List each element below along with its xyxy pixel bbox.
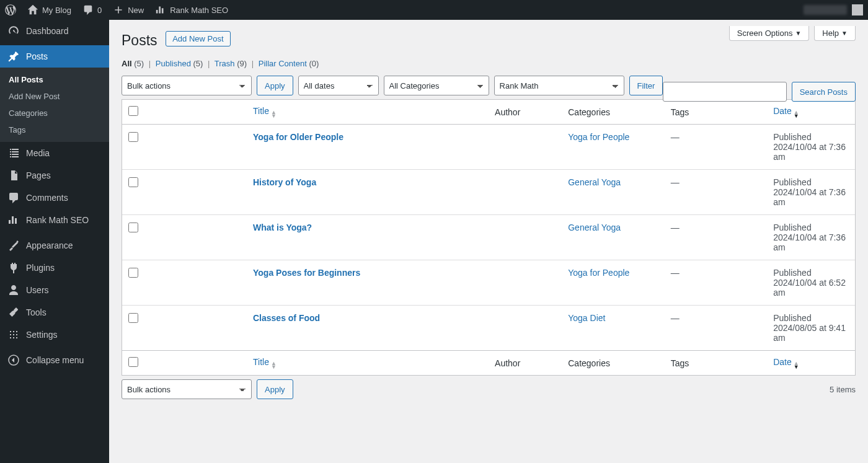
menu-rankmath-label: Rank Math SEO [26,215,89,225]
my-account[interactable] [804,4,863,15]
search-posts-button[interactable]: Search Posts [792,82,856,102]
dashboard-icon [7,25,20,37]
menu-settings[interactable]: Settings [0,324,109,346]
bulk-action-select-bottom[interactable]: Bulk actions [122,379,252,399]
items-count-bottom: 5 items [830,385,856,394]
submenu-tags[interactable]: Tags [0,121,109,138]
rankmath-bars-icon [155,4,166,15]
sort-icon: ▲▼ [794,110,799,118]
post-title-link[interactable]: Yoga Poses for Beginners [253,268,360,278]
menu-posts[interactable]: Posts [0,45,109,68]
table-row: Yoga for Older PeopleYoga for People—Pub… [122,125,855,170]
sort-icon: ▲▼ [271,110,277,118]
post-category-link[interactable]: Yoga for People [568,268,629,278]
row-checkbox[interactable] [128,132,138,142]
user-display-name [804,5,847,15]
comments-bubble-icon [82,4,94,15]
screen-options-toggle[interactable]: Screen Options ▼ [729,26,810,41]
filter-trash-count: (9) [237,59,247,68]
column-tags: Tags [665,100,767,125]
search-box: Search Posts [663,82,856,102]
row-checkbox[interactable] [128,177,138,187]
table-row: Classes of FoodYoga Diet—Published2024/0… [122,306,855,350]
apply-bulk-button[interactable]: Apply [257,76,293,95]
menu-users[interactable]: Users [0,279,109,301]
post-category-link[interactable]: Yoga Diet [568,313,605,323]
filter-all-count: (5) [134,59,144,68]
menu-pages[interactable]: Pages [0,164,109,187]
row-checkbox[interactable] [128,223,138,232]
date-filter-select[interactable]: All dates [298,76,379,95]
menu-tools[interactable]: Tools [0,301,109,324]
menu-media[interactable]: Media [0,142,109,164]
post-tags: — [665,125,767,170]
user-avatar-icon [852,4,863,15]
rankmath-label: Rank Math SEO [170,6,228,15]
admin-menu: Dashboard Posts All Posts Add New Post C… [0,20,109,415]
post-title-link[interactable]: History of Yoga [253,177,316,187]
select-all-top[interactable] [128,106,138,116]
comments-link[interactable]: 0 [82,4,102,15]
menu-posts-label: Posts [26,51,48,61]
filter-all[interactable]: All [122,59,132,68]
post-tags: — [665,260,767,306]
filter-button[interactable]: Filter [629,76,663,95]
post-title-link[interactable]: Classes of Food [253,313,320,323]
post-category-link[interactable]: Yoga for People [568,132,629,142]
media-icon [7,147,20,159]
filter-pillar-count: (0) [309,59,319,68]
column-categories: Categories [562,100,664,125]
rankmath-icon [7,214,20,226]
select-all-bottom[interactable] [128,357,138,367]
chevron-down-icon: ▼ [841,30,848,37]
category-filter-select[interactable]: All Categories [384,76,489,95]
submenu-add-new-post[interactable]: Add New Post [0,88,109,105]
filter-published[interactable]: Published [156,59,191,68]
row-checkbox[interactable] [128,268,138,278]
column-title[interactable]: Title▲▼ [247,100,489,125]
menu-plugins[interactable]: Plugins [0,257,109,279]
search-input[interactable] [663,82,787,102]
post-date: Published2024/08/05 at 9:41 am [767,306,855,350]
menu-dashboard[interactable]: Dashboard [0,20,109,42]
help-toggle[interactable]: Help ▼ [814,26,856,41]
menu-appearance[interactable]: Appearance [0,234,109,257]
table-row: History of YogaGeneral Yoga—Published202… [122,170,855,215]
table-row: Yoga Poses for BeginnersYoga for People—… [122,260,855,306]
site-name-text: My Blog [42,6,71,15]
new-content-link[interactable]: New [113,4,144,15]
menu-dashboard-label: Dashboard [26,26,69,36]
admin-bar: My Blog 0 New Rank Math SEO [0,0,868,20]
menu-settings-label: Settings [26,330,58,340]
menu-collapse[interactable]: Collapse menu [0,349,109,371]
bulk-action-select[interactable]: Bulk actions [122,76,252,95]
table-row: What is Yoga?General Yoga—Published2024/… [122,215,855,260]
post-date: Published2024/10/04 at 6:52 am [767,260,855,306]
row-checkbox[interactable] [128,313,138,323]
tools-icon [7,306,20,319]
filter-trash[interactable]: Trash [215,59,235,68]
site-name-link[interactable]: My Blog [27,4,71,15]
submenu-all-posts[interactable]: All Posts [0,71,109,88]
rankmath-filter-select[interactable]: Rank Math [494,76,624,95]
filter-pillar[interactable]: Pillar Content [259,59,307,68]
wp-logo[interactable] [5,4,16,15]
submenu-categories[interactable]: Categories [0,105,109,121]
post-category-link[interactable]: General Yoga [568,177,621,187]
post-date: Published2024/10/04 at 7:36 am [767,215,855,260]
column-title-foot[interactable]: Title▲▼ [247,350,489,375]
page-title: Posts [122,20,157,54]
post-title-link[interactable]: What is Yoga? [253,223,312,232]
post-category-link[interactable]: General Yoga [568,223,621,232]
column-date[interactable]: Date▲▼ [767,100,855,125]
apply-bulk-button-bottom[interactable]: Apply [257,379,293,399]
screen-meta-links: Screen Options ▼ Help ▼ [729,26,856,41]
add-new-post-button[interactable]: Add New Post [166,31,230,46]
screen-options-label: Screen Options [737,29,793,38]
rankmath-adminbar[interactable]: Rank Math SEO [155,4,228,15]
menu-collapse-label: Collapse menu [26,355,84,365]
menu-rankmath[interactable]: Rank Math SEO [0,209,109,231]
column-date-foot[interactable]: Date▲▼ [767,350,855,375]
post-title-link[interactable]: Yoga for Older People [253,132,343,142]
menu-comments[interactable]: Comments [0,187,109,209]
